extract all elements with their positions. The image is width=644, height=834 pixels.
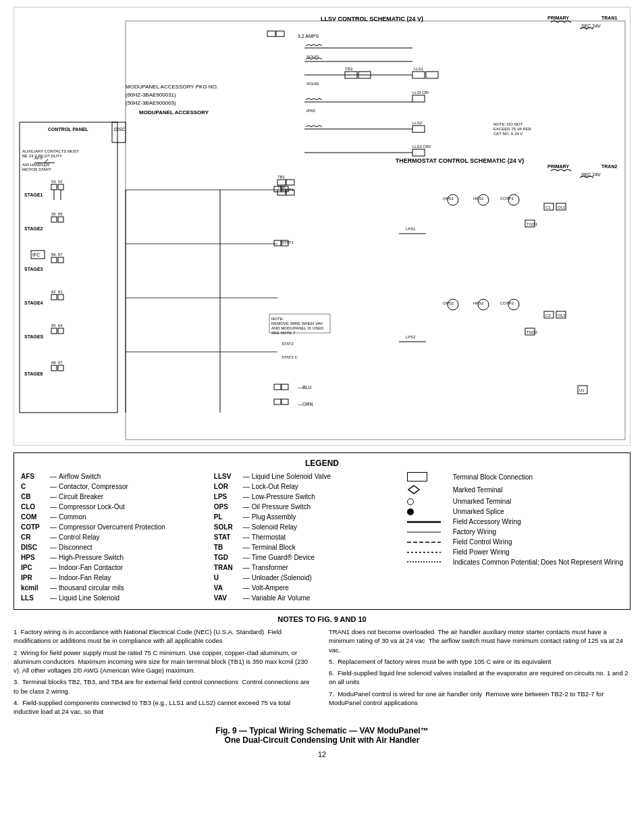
svg-text:THERMOSTAT CONTROL SCHEMATIC (: THERMOSTAT CONTROL SCHEMATIC (24 V) bbox=[396, 157, 524, 164]
schematic-diagram: LLSV CONTROL SCHEMATIC (24 V) THERMOSTAT… bbox=[14, 7, 630, 446]
list-item: Indicates Common Potential; Does Not Rep… bbox=[407, 558, 623, 566]
list-item: IPR — Indoor-Fan Relay bbox=[21, 573, 207, 582]
svg-text:LLS2: LLS2 bbox=[412, 121, 423, 125]
svg-text:LLSV CONTROL SCHEMATIC (24 V): LLSV CONTROL SCHEMATIC (24 V) bbox=[321, 16, 423, 22]
svg-marker-147 bbox=[408, 486, 419, 494]
figure-caption: Fig. 9 — Typical Wiring Schematic — VAV … bbox=[14, 726, 630, 745]
list-item: LLS — Liquid Line Solenoid bbox=[21, 594, 207, 602]
terminal-block-symbol bbox=[407, 472, 448, 481]
list-item: DISC — Disconnect bbox=[21, 543, 207, 552]
svg-text:SEE NOTE 7: SEE NOTE 7 bbox=[271, 331, 296, 335]
note-item: TRAN1 does not become overloaded The air… bbox=[329, 627, 630, 654]
unmarked-splice-label: Unmarked Splice bbox=[453, 508, 504, 515]
svg-text:TGD1: TGD1 bbox=[527, 222, 538, 226]
svg-text:MOTOR START: MOTOR START bbox=[22, 167, 51, 172]
svg-text:52: 52 bbox=[58, 180, 63, 184]
svg-text:(50HZ-3BAE900003): (50HZ-3BAE900003) bbox=[126, 100, 176, 106]
list-item: HPS — High-Pressure Switch bbox=[21, 553, 207, 562]
svg-text:STAGE1: STAGE1 bbox=[24, 192, 43, 197]
svg-text:AND MODUPANEL IS USED: AND MODUPANEL IS USED bbox=[271, 326, 324, 330]
marked-terminal-label: Marked Terminal bbox=[453, 486, 503, 494]
note-item: 6. Field-supplied liquid line solenoid v… bbox=[329, 669, 630, 687]
svg-text:CONTROL PANEL: CONTROL PANEL bbox=[48, 127, 88, 132]
list-item: IPC — Indoor-Fan Contactor bbox=[21, 563, 207, 572]
svg-text:59: 59 bbox=[51, 253, 56, 257]
svg-text:NOTE:: NOTE: bbox=[271, 317, 284, 321]
list-item: Field Control Wiring bbox=[407, 538, 623, 546]
svg-text:—BLU: —BLU bbox=[298, 385, 312, 390]
list-item: Factory Wiring bbox=[407, 528, 623, 536]
svg-text:STAGES: STAGES bbox=[24, 334, 44, 339]
svg-text:STAGE6: STAGE6 bbox=[24, 371, 43, 376]
notes-column-right: TRAN1 does not become overloaded The air… bbox=[329, 627, 630, 719]
note-item: 3. Terminal blocks TB2, TB3, and TB4 are… bbox=[14, 677, 315, 696]
svg-text:LPS2: LPS2 bbox=[406, 335, 416, 339]
note-item: 1 Factory wiring is in accordance with N… bbox=[14, 627, 315, 646]
svg-text:STAT1: STAT1 bbox=[281, 240, 294, 244]
svg-text:LLS1: LLS1 bbox=[414, 67, 424, 71]
svg-text:65: 65 bbox=[51, 323, 56, 328]
svg-text:67: 67 bbox=[58, 361, 63, 365]
notes-section: NOTES TO FIG. 9 AND 10 1 Factory wiring … bbox=[14, 615, 630, 719]
list-item: Field Power Wiring bbox=[407, 548, 623, 556]
unmarked-terminal-label: Unmarked Terminal bbox=[453, 498, 512, 505]
list-item: Unmarked Terminal bbox=[407, 498, 623, 505]
field-power-wiring-symbol bbox=[407, 550, 448, 554]
note-item: 5. Replacement of factory wires must be … bbox=[329, 657, 630, 666]
svg-text:AIR HANDLER: AIR HANDLER bbox=[22, 163, 50, 167]
svg-text:(60HZ-3BAE900031): (60HZ-3BAE900031) bbox=[126, 92, 176, 98]
list-item: Field Accessory Wiring bbox=[407, 518, 623, 525]
list-item: C — Contactor, Compressor bbox=[21, 482, 207, 491]
list-item: STAT — Thermostat bbox=[214, 533, 400, 542]
list-item: Terminal Block Connection bbox=[407, 472, 623, 481]
svg-text:TB1: TB1 bbox=[277, 175, 286, 179]
list-item: SOLR — Solenoid Relay bbox=[214, 523, 400, 531]
svg-text:STAT2 C: STAT2 C bbox=[281, 355, 298, 359]
caption-line1: Fig. 9 — Typical Wiring Schematic — VAV … bbox=[14, 726, 630, 735]
list-item: LPS — Low-Pressure Switch bbox=[214, 492, 400, 501]
svg-text:PRIMARY: PRIMARY bbox=[547, 16, 569, 20]
svg-text:TB3: TB3 bbox=[345, 67, 353, 71]
legend-symbols-column: Terminal Block Connection Marked Termina… bbox=[407, 472, 623, 604]
factory-wiring-label: Factory Wiring bbox=[453, 528, 496, 536]
svg-text:57: 57 bbox=[58, 253, 63, 257]
svg-text:53: 53 bbox=[51, 180, 56, 184]
unmarked-terminal-symbol bbox=[407, 498, 448, 505]
svg-text:BE 24 V PILOT DUTY: BE 24 V PILOT DUTY bbox=[22, 154, 62, 158]
svg-text:SOL82: SOL82 bbox=[306, 82, 319, 86]
svg-text:OL2: OL2 bbox=[558, 313, 566, 317]
list-item: LOR — Lock-Out Relay bbox=[214, 482, 400, 491]
page-number: 12 bbox=[14, 750, 630, 758]
list-item: COM — Common bbox=[21, 513, 207, 521]
list-item: PL — Plug Assembly bbox=[214, 513, 400, 521]
list-item: VA — Volt-Ampere bbox=[214, 583, 400, 592]
legend-column-1: AFS — Airflow Switch C — Contactor, Comp… bbox=[21, 472, 207, 604]
list-item: CB — Circuit Breaker bbox=[21, 492, 207, 501]
terminal-block-label: Terminal Block Connection bbox=[453, 473, 533, 481]
svg-text:—ORN: —ORN bbox=[298, 402, 313, 407]
svg-text:REMOVE WIRE WHEN VAV: REMOVE WIRE WHEN VAV bbox=[271, 321, 323, 325]
svg-text:68: 68 bbox=[51, 361, 56, 365]
list-item: LLSV — Liquid Line Solenoid Valve bbox=[214, 472, 400, 481]
list-item: Unmarked Splice bbox=[407, 508, 623, 515]
note-item: 2 Wiring for field power supply must be … bbox=[14, 648, 315, 675]
svg-text:56: 56 bbox=[51, 212, 56, 216]
list-item: TGD — Time Guard® Device bbox=[214, 553, 400, 562]
svg-text:DISC: DISC bbox=[114, 127, 126, 132]
list-item: CR — Control Relay bbox=[21, 533, 207, 542]
caption-line2: One Dual-Circuit Condensing Unit with Ai… bbox=[14, 735, 630, 745]
svg-text:CKT NO. A 24 V: CKT NO. A 24 V bbox=[493, 132, 522, 136]
svg-text:TRAN2: TRAN2 bbox=[601, 164, 617, 169]
field-accessory-wiring-label: Field Accessory Wiring bbox=[453, 518, 521, 525]
list-item: CLO — Compressor Lock-Out bbox=[21, 502, 207, 511]
note-item: 7. ModuPanel control is wired for one ai… bbox=[329, 689, 630, 708]
common-potential-label: Indicates Common Potential; Does Not Rep… bbox=[453, 558, 623, 566]
unmarked-splice-symbol bbox=[407, 509, 448, 515]
field-control-wiring-symbol bbox=[407, 540, 448, 544]
svg-rect-0 bbox=[14, 7, 630, 445]
notes-column-left: 1 Factory wiring is in accordance with N… bbox=[14, 627, 315, 719]
svg-text:COTP1: COTP1 bbox=[500, 197, 514, 201]
factory-wiring-symbol bbox=[407, 530, 448, 534]
svg-text:STAGE4: STAGE4 bbox=[24, 301, 43, 305]
list-item: VAV — Variable Air Volume bbox=[214, 594, 400, 602]
